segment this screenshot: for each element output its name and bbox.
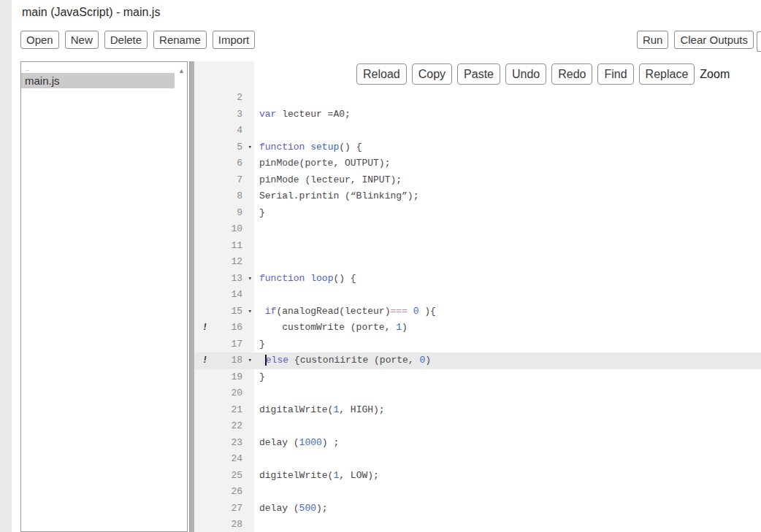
token-fn: setup bbox=[310, 142, 339, 153]
file-list-scrollbar[interactable]: ▲ bbox=[175, 62, 187, 531]
code-text: digitalWrite(1, HIGH); bbox=[254, 402, 761, 419]
code-text: function loop() { bbox=[254, 271, 761, 288]
code-line-15[interactable]: 15▾ if(analogRead(lecteur)=== 0 ){ bbox=[194, 304, 761, 320]
button-delete[interactable]: Delete bbox=[104, 31, 148, 49]
code-line-14[interactable]: 14 bbox=[194, 287, 761, 304]
code-line-24[interactable]: 24 bbox=[194, 451, 761, 468]
code-line-4[interactable]: 4 bbox=[194, 123, 761, 139]
code-line-13[interactable]: 13▾function loop() { bbox=[194, 271, 761, 288]
code-line-19[interactable]: 19} bbox=[194, 369, 761, 386]
token-pl: , LOW); bbox=[339, 470, 379, 481]
line-number: 18!▾ bbox=[194, 352, 254, 369]
code-text: } bbox=[254, 336, 761, 353]
button-replace[interactable]: Replace bbox=[639, 63, 695, 85]
button-undo[interactable]: Undo bbox=[505, 63, 546, 85]
line-number: 6 bbox=[194, 155, 254, 172]
button-import[interactable]: Import bbox=[213, 31, 256, 49]
scroll-up-icon[interactable]: ▲ bbox=[178, 67, 185, 74]
code-line-27[interactable]: 27delay (500); bbox=[194, 501, 761, 517]
button-new[interactable]: New bbox=[65, 31, 99, 49]
button-redo[interactable]: Redo bbox=[551, 63, 592, 85]
fold-arrow-icon[interactable]: ▾ bbox=[248, 271, 252, 288]
lint-warning-icon: ! bbox=[202, 352, 207, 369]
token-pl: ) bbox=[402, 322, 408, 333]
token-pl: lecteur =A0; bbox=[276, 109, 350, 120]
token-fn: loop bbox=[310, 273, 333, 284]
code-text: } bbox=[254, 205, 761, 222]
code-line-10[interactable]: 10 bbox=[194, 221, 761, 238]
code-text: if(analogRead(lecteur)=== 0 ){ bbox=[254, 304, 761, 320]
token-pl: digitalWrite( bbox=[259, 404, 333, 415]
token-kw: function bbox=[259, 273, 305, 284]
token-pl: () { bbox=[333, 273, 356, 284]
token-pl: {custoniirite (porte, bbox=[288, 355, 419, 366]
code-line-5[interactable]: 5▾function setup() { bbox=[194, 139, 761, 156]
code-line-16[interactable]: 16! customWrite (porte, 1) bbox=[194, 320, 761, 336]
line-number: 9 bbox=[194, 205, 254, 222]
token-pl: Serial.printin (“Blinking”); bbox=[259, 190, 418, 201]
code-line-2[interactable]: 2 bbox=[194, 90, 761, 107]
code-line-28[interactable]: 28 bbox=[194, 517, 761, 532]
token-kw: var bbox=[259, 109, 276, 120]
token-pl: } bbox=[259, 207, 265, 218]
code-line-17[interactable]: 17} bbox=[194, 336, 761, 353]
code-editor: 23var lecteur =A0;45▾function setup() {6… bbox=[194, 61, 761, 532]
token-op: === bbox=[390, 306, 407, 317]
code-text: else {custoniirite (porte, 0) bbox=[254, 352, 761, 369]
line-number: 16! bbox=[194, 320, 254, 336]
left-margin-strip bbox=[0, 0, 12, 532]
code-line-12[interactable]: 12 bbox=[194, 254, 761, 271]
token-pl bbox=[259, 306, 265, 317]
code-line-26[interactable]: 26 bbox=[194, 484, 761, 501]
fold-arrow-icon[interactable]: ▾ bbox=[248, 139, 252, 156]
button-run[interactable]: Run bbox=[637, 31, 669, 49]
code-line-23[interactable]: 23delay (1000) ; bbox=[194, 435, 761, 452]
line-number: 3 bbox=[194, 107, 254, 123]
fold-arrow-icon[interactable]: ▾ bbox=[248, 352, 252, 369]
code-area[interactable]: 23var lecteur =A0;45▾function setup() {6… bbox=[194, 90, 761, 532]
fold-arrow-icon[interactable]: ▾ bbox=[248, 304, 252, 320]
code-line-11[interactable]: 11 bbox=[194, 238, 761, 255]
code-line-22[interactable]: 22 bbox=[194, 418, 761, 435]
button-open[interactable]: Open bbox=[20, 31, 59, 49]
line-number: 11 bbox=[194, 238, 254, 255]
token-num: 1 bbox=[396, 322, 402, 333]
code-line-18[interactable]: 18!▾ else {custoniirite (porte, 0) bbox=[194, 352, 761, 369]
line-number: 4 bbox=[194, 123, 254, 139]
button-reload[interactable]: Reload bbox=[356, 63, 407, 85]
code-line-9[interactable]: 9} bbox=[194, 205, 761, 222]
code-text: function setup() { bbox=[254, 139, 761, 156]
button-clear-outputs[interactable]: Clear Outputs bbox=[674, 31, 754, 49]
code-line-7[interactable]: 7pinMode (lecteur, INPUT); bbox=[194, 172, 761, 189]
cutoff-button-edge[interactable] bbox=[757, 31, 761, 52]
code-line-20[interactable]: 20 bbox=[194, 385, 761, 402]
file-list: ..main.js ▲ bbox=[20, 61, 188, 532]
line-number: 15▾ bbox=[194, 304, 254, 320]
file-item-main-js[interactable]: main.js bbox=[21, 73, 175, 88]
token-pl: digitelWrite( bbox=[259, 470, 333, 481]
code-line-6[interactable]: 6pinMode(porte, OUTPUT); bbox=[194, 155, 761, 172]
token-pl: ) bbox=[425, 355, 431, 366]
button-paste[interactable]: Paste bbox=[457, 63, 500, 85]
button-find[interactable]: Find bbox=[597, 63, 633, 85]
ide-window: main (JavaScript) - main.js OpenNewDelet… bbox=[0, 0, 761, 532]
file-toolbar-left: OpenNewDeleteRenameImport bbox=[20, 31, 255, 49]
code-line-8[interactable]: 8Serial.printin (“Blinking”); bbox=[194, 188, 761, 205]
token-pl bbox=[408, 306, 413, 317]
line-number: 27 bbox=[194, 501, 254, 517]
lint-warning-icon: ! bbox=[202, 320, 207, 336]
file-item-[interactable]: .. bbox=[21, 62, 175, 73]
code-line-21[interactable]: 21digitalWrite(1, HIGH); bbox=[194, 402, 761, 419]
token-pl: } bbox=[259, 371, 265, 382]
line-number: 21 bbox=[194, 402, 254, 419]
code-line-3[interactable]: 3var lecteur =A0; bbox=[194, 107, 761, 123]
button-copy[interactable]: Copy bbox=[412, 63, 452, 85]
code-line-25[interactable]: 25digitelWrite(1, LOW); bbox=[194, 468, 761, 485]
code-text: pinMode(porte, OUTPUT); bbox=[254, 155, 761, 172]
line-number: 24 bbox=[194, 451, 254, 468]
button-rename[interactable]: Rename bbox=[153, 31, 207, 49]
pane-splitter[interactable] bbox=[189, 61, 194, 532]
code-text: var lecteur =A0; bbox=[254, 107, 761, 123]
zoom-label: Zoom bbox=[700, 68, 730, 81]
window-title: main (JavaScript) - main.js bbox=[22, 6, 160, 19]
